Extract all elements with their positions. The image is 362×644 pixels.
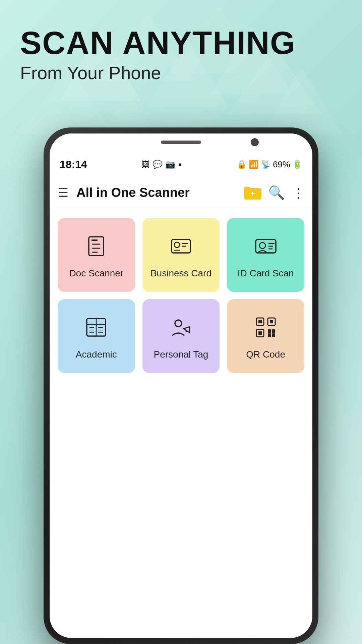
academic-icon — [84, 315, 108, 343]
dot-icon: ● — [178, 161, 182, 168]
hamburger-menu-icon[interactable]: ☰ — [58, 186, 68, 200]
personal-tag-button[interactable]: Personal Tag — [142, 299, 220, 373]
svg-point-41 — [185, 330, 187, 332]
hero-title-line1: SCAN ANYTHING — [20, 27, 296, 59]
svg-rect-14 — [244, 187, 250, 190]
battery-icon: 🔋 — [292, 160, 302, 169]
search-icon[interactable]: 🔍 — [268, 185, 285, 201]
add-folder-button[interactable]: + — [244, 185, 261, 201]
business-card-label: Business Card — [150, 268, 212, 279]
signal-icon: 📡 — [261, 160, 271, 169]
phone-outer-shell: 18:14 🖼 💬 📷 ● 🔒 📶 📡 69% 🔋 ☰ A — [44, 127, 318, 644]
feature-grid: Doc Scanner Business Card — [50, 208, 312, 383]
personal-tag-icon — [169, 315, 193, 343]
status-time: 18:14 — [60, 158, 87, 171]
speaker-bar — [161, 141, 201, 144]
business-card-button[interactable]: Business Card — [142, 218, 220, 292]
hero-title-line2: From Your Phone — [20, 62, 296, 83]
svg-rect-43 — [258, 320, 262, 323]
app-bar-action-icons: + 🔍 ⋮ — [244, 185, 304, 201]
personal-tag-label: Personal Tag — [154, 349, 208, 360]
app-bar: ☰ All in One Scanner + 🔍 ⋮ — [50, 178, 312, 208]
svg-point-40 — [175, 320, 182, 327]
svg-text:+: + — [251, 190, 255, 198]
svg-point-27 — [259, 243, 265, 249]
svg-rect-51 — [272, 333, 275, 337]
status-right-icons: 🔒 📶 📡 69% 🔋 — [237, 159, 302, 170]
qr-code-icon — [254, 315, 278, 343]
svg-rect-45 — [270, 320, 273, 323]
doc-scanner-icon — [84, 234, 108, 262]
gallery-icon: 🖼 — [142, 160, 150, 169]
svg-rect-49 — [272, 329, 275, 333]
front-camera — [251, 138, 259, 146]
battery-text: 69% — [273, 159, 290, 170]
status-icons-middle: 🖼 💬 📷 ● — [142, 160, 182, 169]
wifi-icon: 📶 — [249, 160, 259, 169]
hero-header: SCAN ANYTHING From Your Phone — [20, 27, 296, 83]
app-title: All in One Scanner — [76, 185, 239, 200]
more-options-icon[interactable]: ⋮ — [292, 185, 304, 201]
message-icon: 💬 — [153, 160, 163, 169]
instagram-icon: 📷 — [165, 160, 175, 169]
status-bar: 18:14 🖼 💬 📷 ● 🔒 📶 📡 69% 🔋 — [50, 151, 312, 178]
phone-screen: 18:14 🖼 💬 📷 ● 🔒 📶 📡 69% 🔋 ☰ A — [50, 133, 312, 638]
phone-mockup: 18:14 🖼 💬 📷 ● 🔒 📶 📡 69% 🔋 ☰ A — [44, 127, 318, 644]
academic-label: Academic — [76, 349, 117, 360]
id-card-scan-button[interactable]: ID Card Scan — [227, 218, 304, 292]
svg-rect-48 — [268, 329, 271, 333]
qr-code-button[interactable]: QR Code — [227, 299, 304, 373]
svg-point-22 — [174, 242, 180, 248]
svg-rect-47 — [258, 331, 262, 335]
id-card-scan-icon — [254, 234, 278, 262]
doc-scanner-button[interactable]: Doc Scanner — [58, 218, 135, 292]
academic-button[interactable]: Academic — [58, 299, 135, 373]
doc-scanner-label: Doc Scanner — [69, 268, 123, 279]
svg-rect-20 — [92, 239, 98, 241]
business-card-icon — [169, 234, 193, 262]
svg-rect-50 — [268, 333, 271, 337]
id-card-scan-label: ID Card Scan — [238, 268, 294, 279]
qr-code-label: QR Code — [246, 349, 285, 360]
lock-icon: 🔒 — [237, 160, 247, 169]
